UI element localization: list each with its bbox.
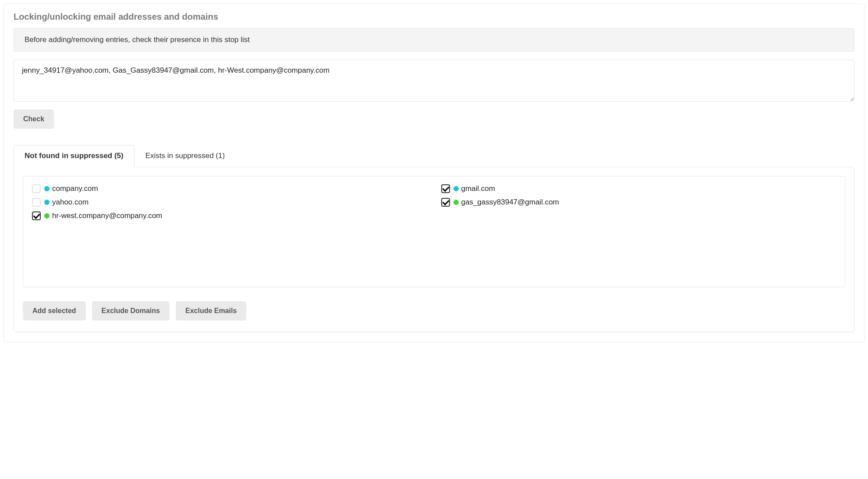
results-col-left: company.com yahoo.com hr-west.company@co… bbox=[32, 183, 427, 281]
results-box: company.com yahoo.com hr-west.company@co… bbox=[23, 176, 845, 287]
result-item: yahoo.com bbox=[32, 196, 427, 208]
results-col-right: gmail.com gas_gassy83947@gmail.com bbox=[441, 183, 836, 281]
tab-exists[interactable]: Exists in suppressed (1) bbox=[135, 145, 236, 167]
result-text: gmail.com bbox=[461, 183, 495, 194]
result-text: gas_gassy83947@gmail.com bbox=[461, 196, 559, 208]
add-selected-button[interactable]: Add selected bbox=[23, 301, 86, 321]
domain-dot-icon bbox=[44, 186, 50, 191]
result-text: company.com bbox=[52, 183, 98, 194]
addresses-input[interactable] bbox=[14, 60, 854, 102]
result-item: gmail.com bbox=[441, 183, 836, 194]
result-checkbox[interactable] bbox=[441, 184, 450, 193]
result-item: company.com bbox=[32, 183, 427, 194]
domain-dot-icon bbox=[44, 200, 50, 205]
panel-title: Locking/unlocking email addresses and do… bbox=[14, 12, 854, 22]
result-checkbox[interactable] bbox=[32, 184, 41, 193]
exclude-emails-button[interactable]: Exclude Emails bbox=[176, 301, 246, 321]
result-text: yahoo.com bbox=[52, 196, 89, 208]
tab-body-not-found: company.com yahoo.com hr-west.company@co… bbox=[14, 167, 854, 332]
result-item: gas_gassy83947@gmail.com bbox=[441, 196, 836, 208]
result-text: hr-west.company@company.com bbox=[52, 210, 162, 222]
results-tabs: Not found in suppressed (5) Exists in su… bbox=[14, 144, 854, 332]
result-checkbox[interactable] bbox=[32, 211, 41, 220]
result-item: hr-west.company@company.com bbox=[32, 210, 427, 222]
email-dot-icon bbox=[44, 213, 50, 218]
action-row: Add selected Exclude Domains Exclude Ema… bbox=[23, 301, 845, 321]
email-dot-icon bbox=[453, 200, 459, 205]
check-button[interactable]: Check bbox=[14, 109, 54, 129]
exclude-domains-button[interactable]: Exclude Domains bbox=[92, 301, 170, 321]
domain-dot-icon bbox=[453, 186, 459, 191]
info-bar: Before adding/removing entries, check th… bbox=[14, 28, 854, 52]
result-checkbox[interactable] bbox=[441, 198, 450, 207]
result-checkbox[interactable] bbox=[32, 198, 41, 207]
tab-not-found[interactable]: Not found in suppressed (5) bbox=[14, 145, 135, 167]
suppression-panel: Locking/unlocking email addresses and do… bbox=[4, 4, 864, 342]
